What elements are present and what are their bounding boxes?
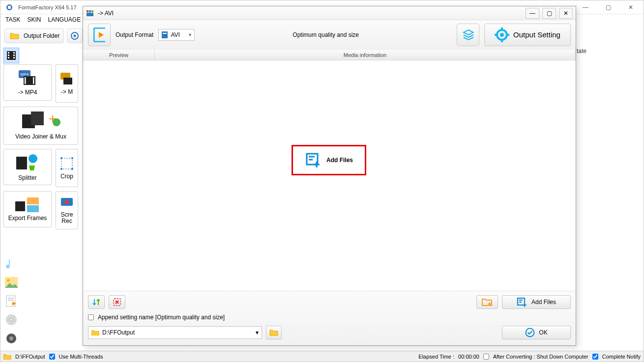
tile-crop[interactable]: Crop xyxy=(56,149,78,187)
tile-mp4[interactable]: MP4 -> MP4 xyxy=(3,64,52,101)
preview-play-button[interactable] xyxy=(88,24,111,46)
col-media-info[interactable]: Media information xyxy=(155,50,576,60)
after-convert-label: After Converting : Shut Down Computer xyxy=(493,354,588,360)
svg-rect-22 xyxy=(16,157,27,169)
settings-gear-button[interactable] xyxy=(67,28,83,43)
svg-point-28 xyxy=(71,168,73,170)
add-files-dropzone-label: Add Files xyxy=(326,157,353,164)
tile-m-label: -> M xyxy=(61,88,73,95)
tile-m-partial[interactable]: -> M xyxy=(56,64,78,103)
append-setting-checkbox[interactable] xyxy=(88,314,94,320)
tile-mp4-label: -> MP4 xyxy=(18,89,37,96)
col-preview[interactable]: Preview xyxy=(83,50,155,60)
output-path-value: D:\FFOutput xyxy=(102,329,135,336)
remove-button[interactable] xyxy=(109,295,125,309)
svg-rect-29 xyxy=(15,201,25,211)
dialog-bottom-panel: Add Files Append setting name [Optimum q… xyxy=(83,291,576,345)
main-maximize-button[interactable]: ▢ xyxy=(598,2,618,12)
dialog-app-icon xyxy=(86,9,95,18)
dialog-titlebar: -> AVI — ▢ ✕ xyxy=(83,6,576,20)
multi-threads-label: Use Multi-Threads xyxy=(59,354,103,360)
output-path-dropdown[interactable]: D:\FFOutput ▾ xyxy=(88,326,262,339)
format-file-icon xyxy=(162,31,168,38)
complete-notify-label: Complete Notify xyxy=(602,354,641,360)
svg-rect-48 xyxy=(162,31,168,38)
svg-rect-30 xyxy=(27,197,39,204)
check-circle-icon xyxy=(525,328,535,337)
menu-skin[interactable]: SKIN xyxy=(27,16,41,23)
svg-rect-38 xyxy=(8,300,14,301)
folder-icon xyxy=(9,30,21,42)
tools-category-icon[interactable] xyxy=(3,331,19,346)
svg-rect-31 xyxy=(27,205,39,212)
svg-rect-45 xyxy=(91,10,93,12)
category-strip xyxy=(3,48,23,63)
output-setting-label: Output Setting xyxy=(513,30,560,39)
dialog-toolbar: Output Format AVI ▾ Optimum quality and … xyxy=(83,20,576,50)
svg-rect-9 xyxy=(13,55,15,56)
add-files-dropzone[interactable]: Add Files xyxy=(292,145,366,175)
output-format-value: AVI xyxy=(171,31,179,38)
dialog-close-button[interactable]: ✕ xyxy=(559,8,573,19)
output-format-label: Output Format xyxy=(116,31,153,38)
svg-rect-15 xyxy=(33,77,34,84)
add-files-button[interactable]: Add Files xyxy=(502,295,571,309)
state-header-fragment: tate xyxy=(577,48,586,55)
document-category-icon[interactable] xyxy=(3,293,19,309)
svg-rect-44 xyxy=(89,10,91,12)
audio-category-icon[interactable] xyxy=(3,256,19,272)
sort-button[interactable] xyxy=(88,295,105,309)
left-category-icons xyxy=(3,256,19,346)
image-category-icon[interactable] xyxy=(3,275,19,290)
svg-rect-14 xyxy=(25,77,26,84)
folder-small-icon xyxy=(91,330,99,335)
status-output-path[interactable]: D:\FFOutput xyxy=(15,354,45,360)
dialog-maximize-button[interactable]: ▢ xyxy=(542,8,556,19)
ok-button[interactable]: OK xyxy=(502,326,571,339)
dialog-minimize-button[interactable]: — xyxy=(526,8,539,19)
svg-rect-24 xyxy=(61,158,72,169)
ok-button-label: OK xyxy=(539,329,547,336)
multi-threads-checkbox[interactable] xyxy=(49,354,55,360)
after-convert-checkbox[interactable] xyxy=(483,354,489,360)
svg-point-27 xyxy=(60,168,62,170)
output-setting-button[interactable]: Output Setting xyxy=(484,24,571,46)
svg-point-42 xyxy=(9,336,13,340)
gear-small-icon xyxy=(70,31,79,40)
svg-point-23 xyxy=(29,154,37,163)
status-bar: D:\FFOutput Use Multi-Threads Elapsed Ti… xyxy=(0,351,644,362)
chevron-down-icon: ▾ xyxy=(189,32,191,37)
svg-point-35 xyxy=(7,279,10,282)
avi-dialog: -> AVI — ▢ ✕ Output Format AVI ▾ Optimum… xyxy=(83,6,576,346)
main-close-button[interactable]: ✕ xyxy=(621,2,641,12)
chevron-down-icon: ▾ xyxy=(256,329,259,336)
menu-task[interactable]: TASK xyxy=(5,16,20,23)
svg-rect-46 xyxy=(87,13,93,16)
tile-joiner-label: Video Joiner & Mux xyxy=(15,133,66,140)
disc-category-icon[interactable] xyxy=(3,312,19,328)
svg-rect-5 xyxy=(8,52,9,54)
add-folder-button[interactable] xyxy=(476,295,498,309)
svg-rect-37 xyxy=(8,298,14,299)
dialog-body: Add Files xyxy=(83,60,576,291)
svg-point-40 xyxy=(10,318,13,321)
main-minimize-button[interactable]: — xyxy=(576,2,595,12)
complete-notify-checkbox[interactable] xyxy=(592,354,598,360)
svg-point-21 xyxy=(53,118,60,126)
svg-point-3 xyxy=(74,35,76,37)
output-folder-button[interactable]: Output Folder xyxy=(4,28,64,43)
tile-screen-record[interactable]: Scre Rec xyxy=(56,191,78,229)
tile-joiner[interactable]: + Video Joiner & Mux xyxy=(3,107,78,145)
browse-folder-button[interactable] xyxy=(266,326,282,339)
svg-rect-10 xyxy=(13,57,15,58)
profile-text: Optimum quality and size xyxy=(200,31,452,38)
tile-splitter[interactable]: Splitter xyxy=(3,149,52,185)
category-video[interactable] xyxy=(3,48,19,63)
menu-language[interactable]: LANGUAGE xyxy=(48,16,81,23)
tile-export-frames[interactable]: Export Frames xyxy=(3,191,52,227)
tool-tiles: MP4 -> MP4 -> M + Video Joiner & Mux Spl… xyxy=(3,64,82,233)
svg-rect-36 xyxy=(6,296,15,306)
layers-button[interactable] xyxy=(457,24,479,46)
output-folder-label: Output Folder xyxy=(24,32,59,39)
output-format-dropdown[interactable]: AVI ▾ xyxy=(158,29,195,41)
